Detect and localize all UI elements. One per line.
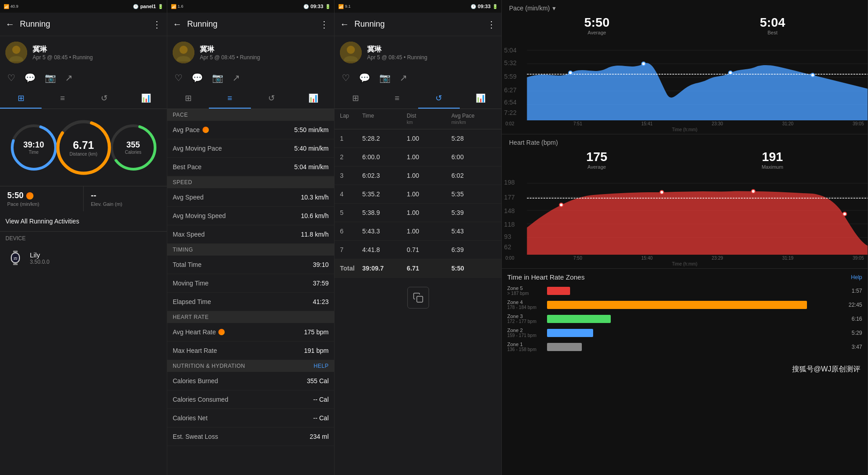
- signal-icon-2: 📶: [171, 4, 176, 9]
- pace-avg-label: Average: [584, 30, 609, 35]
- user-avatar-2: [173, 42, 194, 63]
- status-bar-right-2: 🕐 09:33 🔋: [303, 4, 330, 9]
- heart-icon-2[interactable]: ♡: [175, 72, 183, 83]
- comment-icon-2[interactable]: 💬: [192, 72, 203, 83]
- lap-time-3: 6:02.3: [362, 172, 407, 179]
- hr-zone-3-label: Zone 3 172 - 177 bpm: [507, 314, 543, 324]
- lap-dist-5: 1.00: [407, 209, 452, 216]
- pace-label: Pace (min/km): [7, 201, 76, 207]
- tab-chart-3[interactable]: 📊: [460, 89, 501, 109]
- lap-row-2: 2 6:00.0 1.00 6:00: [335, 148, 501, 166]
- tab-chart-2[interactable]: 📊: [292, 89, 334, 109]
- sweat-loss-row: Est. Sweat Loss 234 ml: [167, 428, 334, 446]
- elapsed-time-label: Elapsed Time: [173, 298, 211, 305]
- heart-icon-3[interactable]: ♡: [342, 72, 350, 83]
- tab-list-2[interactable]: ≡: [209, 89, 250, 109]
- hr-x-labels: 0:00 7:50 15:40 23:29 31:19 39:05: [502, 255, 868, 261]
- avg-moving-speed-label: Avg Moving Speed: [173, 212, 226, 219]
- tab-row-3: ⊞ ≡ ↺ 📊: [335, 89, 501, 109]
- lap-num-6: 6: [340, 228, 362, 235]
- avg-hr-value: 175 bpm: [304, 328, 329, 336]
- tab-loop-1[interactable]: ↺: [84, 89, 125, 109]
- time-label: Time: [23, 150, 44, 155]
- svg-point-33: [642, 62, 645, 66]
- tab-chart-1[interactable]: 📊: [125, 89, 167, 109]
- laps-total-label: Total: [340, 265, 362, 272]
- nutrition-help-link[interactable]: Help: [314, 363, 329, 369]
- svg-text:7:22: 7:22: [504, 109, 517, 116]
- user-avatar-3: [340, 42, 362, 63]
- lap-num-4: 4: [340, 190, 362, 198]
- tab-row-1: ⊞ ≡ ↺ 📊: [0, 89, 167, 109]
- hr-zones-help-link[interactable]: Help: [851, 274, 862, 280]
- pace-best-stat: 5:04 Best: [760, 15, 785, 35]
- avg-speed-row: Avg Speed 10.3 km/h: [167, 188, 334, 207]
- hr-zones-title: Time in Heart Rate Zones: [507, 273, 585, 281]
- tab-loop-3[interactable]: ↺: [418, 89, 460, 109]
- svg-point-49: [559, 203, 563, 207]
- tab-grid-2[interactable]: ⊞: [167, 89, 209, 109]
- svg-text:6:27: 6:27: [504, 86, 517, 94]
- back-button-3[interactable]: ←: [340, 19, 349, 29]
- tab-list-1[interactable]: ≡: [42, 89, 83, 109]
- calories-consumed-label: Calories Consumed: [173, 396, 228, 403]
- copy-button[interactable]: [407, 287, 429, 309]
- tab-loop-2[interactable]: ↺: [251, 89, 292, 109]
- share-icon-2[interactable]: ↗: [232, 72, 240, 83]
- svg-point-52: [843, 212, 846, 216]
- hr-zone-4-time: 22:45: [840, 302, 862, 308]
- tab-grid-3[interactable]: ⊞: [335, 89, 376, 109]
- device-icon: 12: [5, 248, 25, 268]
- calories-burned-value: 355 Cal: [307, 377, 329, 385]
- more-button-3[interactable]: ⋮: [487, 19, 496, 30]
- more-button-1[interactable]: ⋮: [152, 19, 161, 30]
- comment-icon-1[interactable]: 💬: [24, 72, 36, 83]
- pace-x-axis-label: Time (h:mm): [502, 127, 868, 134]
- pace-chart-title-row: Pace (min/km) ▾: [502, 0, 868, 14]
- total-time-row: Total Time 39:10: [167, 256, 334, 274]
- max-speed-value: 11.8 km/h: [301, 231, 329, 238]
- svg-text:5:59: 5:59: [504, 73, 517, 80]
- hr-zone-5-bar: [547, 287, 570, 295]
- section-pace: Pace: [167, 109, 334, 121]
- lap-num-7: 7: [340, 246, 362, 253]
- hr-zone-1-time: 3:47: [840, 344, 862, 350]
- pace-avg-value: 5:50: [584, 15, 609, 30]
- share-icon-3[interactable]: ↗: [400, 72, 407, 83]
- view-all-link[interactable]: View All Running Activities: [0, 211, 167, 232]
- lap-time-6: 5:43.3: [362, 228, 407, 235]
- tab-grid-1[interactable]: ⊞: [0, 89, 42, 109]
- battery-icon: 🔋: [158, 4, 163, 9]
- user-info-1: 冀琳 Apr 5 @ 08:45 • Running: [33, 45, 93, 61]
- svg-text:93: 93: [504, 233, 511, 240]
- battery-icon-3: 🔋: [492, 4, 498, 9]
- camera-icon-2[interactable]: 📷: [212, 72, 223, 83]
- heart-icon-1[interactable]: ♡: [7, 72, 15, 83]
- more-button-2[interactable]: ⋮: [320, 19, 329, 30]
- calories-consumed-row: Calories Consumed -- Cal: [167, 390, 334, 409]
- camera-icon-3[interactable]: 📷: [379, 72, 391, 83]
- time-display-1: panel1: [140, 4, 156, 9]
- calories-value: 355: [125, 140, 142, 150]
- status-bar-2: 📶 1.6 🕐 09:33 🔋: [167, 0, 334, 13]
- camera-icon-1[interactable]: 📷: [45, 72, 56, 83]
- back-button-1[interactable]: ←: [5, 19, 14, 29]
- comment-icon-3[interactable]: 💬: [359, 72, 370, 83]
- svg-rect-9: [13, 263, 18, 265]
- svg-point-15: [179, 46, 188, 54]
- panel-stats: 📶 1.6 🕐 09:33 🔋 ← Running ⋮ 冀琳 Apr 5 @ 0…: [167, 0, 335, 475]
- action-icons-3: ♡ 💬 📷 ↗: [335, 69, 501, 89]
- svg-text:177: 177: [504, 194, 515, 201]
- lap-pace-1: 5:28: [451, 135, 496, 142]
- avg-moving-pace-value: 5:40 min/km: [294, 145, 329, 152]
- pace-dropdown-icon[interactable]: ▾: [552, 5, 556, 12]
- share-icon-1[interactable]: ↗: [65, 72, 73, 83]
- pace-best-value: 5:04: [760, 15, 785, 30]
- tab-list-3[interactable]: ≡: [376, 89, 418, 109]
- max-hr-value: 191 bpm: [304, 347, 329, 354]
- hr-chart-section: Heart Rate (bpm) 175 Average 191 Maximum…: [502, 134, 868, 268]
- stats-circles-1: 39:10 Time 6.71 Distance (km) 355 Ca: [0, 109, 167, 186]
- back-button-2[interactable]: ←: [173, 19, 182, 29]
- calories-burned-row: Calories Burned 355 Cal: [167, 372, 334, 390]
- user-row-2: 冀琳 Apr 5 @ 08:45 • Running: [167, 36, 334, 69]
